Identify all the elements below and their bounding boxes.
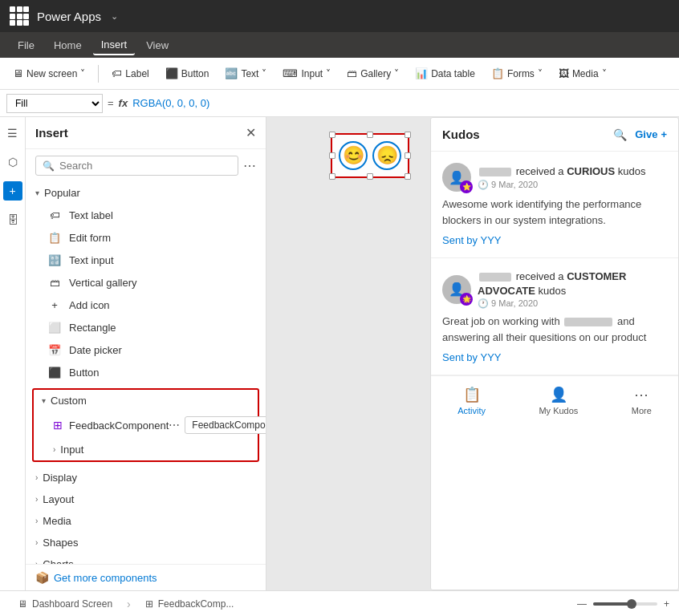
list-item-text-label[interactable]: 🏷 Text label <box>26 204 266 226</box>
feedback-item-left: ⊞ FeedbackComponent <box>53 419 169 432</box>
waffle-icon[interactable] <box>10 6 29 26</box>
my-kudos-icon: 👤 <box>550 386 567 403</box>
avatar-badge-2: 🌟 <box>460 293 473 306</box>
status-bar: 🖥 Dashboard Screen › ⊞ FeedbackComp... —… <box>0 590 679 616</box>
list-item-vertical-gallery[interactable]: 🗃 Vertical gallery <box>26 271 266 294</box>
text-icon: 🔤 <box>225 67 238 79</box>
happy-face-emoji: 😊 <box>339 141 368 170</box>
data-table-button[interactable]: 📊 Data table <box>409 64 482 83</box>
gallery-button[interactable]: 🗃 Gallery ˅ <box>340 64 405 83</box>
kudos-item-1-sent-by[interactable]: Sent by YYY <box>442 234 667 246</box>
list-item-date-picker[interactable]: 📅 Date picker <box>26 338 266 361</box>
list-item-button[interactable]: ⬛ Button <box>26 361 266 383</box>
menu-file[interactable]: File <box>10 36 43 55</box>
get-more-components-button[interactable]: 📦 Get more components <box>26 564 266 590</box>
forms-button[interactable]: 📋 Forms ˅ <box>485 64 549 83</box>
resize-handle-br[interactable] <box>405 173 411 180</box>
formula-value[interactable]: RGBA(0, 0, 0, 0) <box>132 97 209 109</box>
kudos-item-1-time: 🕐 9 Mar, 2020 <box>478 180 646 190</box>
media-button[interactable]: 🖼 Media ˅ <box>552 64 613 83</box>
zoom-in-button[interactable]: + <box>664 598 669 610</box>
menu-view[interactable]: View <box>138 36 177 55</box>
button-btn[interactable]: ⬛ Button <box>159 64 216 83</box>
shapes-section-header[interactable]: › Shapes <box>26 532 266 553</box>
kudos-item-2-time: 🕐 9 Mar, 2020 <box>478 298 667 309</box>
feedback-more-icon[interactable]: ⋯ <box>169 419 180 432</box>
kudos-item-2-body: Great job on working with and answering … <box>442 314 667 345</box>
search-box[interactable]: 🔍 <box>35 156 238 176</box>
dashboard-screen-icon: 🖥 <box>18 598 27 610</box>
give-button[interactable]: Give + <box>635 128 667 140</box>
dashboard-screen-tab[interactable]: 🖥 Dashboard Screen <box>10 595 120 613</box>
resize-handle-tl[interactable] <box>329 132 335 138</box>
new-screen-icon: 🖥 <box>13 67 23 79</box>
text-input-icon: 🔡 <box>48 253 61 266</box>
kudos-card: Kudos 🔍 Give + 👤 ⭐ <box>430 117 679 590</box>
list-item-edit-form[interactable]: 📋 Edit form <box>26 226 266 249</box>
search-row: 🔍 ⋯ <box>26 149 266 182</box>
canvas-area[interactable]: 😊 😞 Kudos 🔍 Give + 👤 <box>266 117 679 590</box>
media-chevron-icon: › <box>35 517 38 525</box>
sidebar-menu-icon[interactable]: ☰ <box>3 124 22 143</box>
label-button[interactable]: 🏷 Label <box>105 64 155 83</box>
sidebar-data-icon[interactable]: 🗄 <box>3 210 22 229</box>
nav-tab-more[interactable]: ⋯ More <box>622 383 661 419</box>
media-section-header[interactable]: › Media <box>26 510 266 532</box>
nav-tab-activity[interactable]: 📋 Activity <box>448 383 495 419</box>
button-icon: ⬛ <box>165 67 178 79</box>
property-selector[interactable]: Fill <box>6 94 103 113</box>
shapes-section: › Shapes <box>26 532 266 553</box>
insert-panel-header: Insert ✕ <box>26 117 266 149</box>
vertical-gallery-icon: 🗃 <box>48 276 61 289</box>
zoom-slider-thumb[interactable] <box>627 599 636 609</box>
resize-handle-tm[interactable] <box>367 132 373 138</box>
text-button[interactable]: 🔤 Text ˅ <box>218 64 273 83</box>
gallery-icon: 🗃 <box>347 67 357 79</box>
formula-fx-icon: fx <box>119 97 128 109</box>
close-icon[interactable]: ✕ <box>246 125 256 140</box>
resize-handle-bm[interactable] <box>367 173 373 180</box>
zoom-out-button[interactable]: — <box>577 598 587 610</box>
search-input[interactable] <box>59 160 231 172</box>
app-title-chevron[interactable]: ⌄ <box>111 11 118 22</box>
menu-insert[interactable]: Insert <box>93 35 136 55</box>
sidebar-layers-icon[interactable]: ⬡ <box>3 152 22 172</box>
input-section-row[interactable]: › Input <box>34 439 258 460</box>
resize-handle-tr[interactable] <box>405 132 411 138</box>
display-section: › Display <box>26 467 266 488</box>
search-icon: 🔍 <box>43 160 55 172</box>
display-chevron-icon: › <box>35 473 38 482</box>
new-screen-button[interactable]: 🖥 New screen ˅ <box>6 64 91 83</box>
feedback-comp-tab[interactable]: ⊞ FeedbackComp... <box>137 595 242 613</box>
zoom-slider[interactable] <box>593 602 657 606</box>
popular-section-header[interactable]: ▾ Popular <box>26 182 266 204</box>
layout-section-header[interactable]: › Layout <box>26 488 266 510</box>
nav-tab-my-kudos[interactable]: 👤 My Kudos <box>529 383 588 419</box>
custom-section-header[interactable]: ▾ Custom <box>34 390 258 411</box>
kudos-item-2-sent-by[interactable]: Sent by YYY <box>442 351 667 363</box>
resize-handle-mr[interactable] <box>405 152 411 159</box>
input-button[interactable]: ⌨ Input ˅ <box>276 64 337 83</box>
menu-home[interactable]: Home <box>46 36 90 55</box>
kudos-header: Kudos 🔍 Give + <box>431 118 678 152</box>
kudos-item-2-header: 👤 🌟 received a CUSTOMER ADVOCATE kudos 🕐 <box>442 270 667 309</box>
kudos-search-icon[interactable]: 🔍 <box>613 128 627 141</box>
list-item-add-icon[interactable]: + Add icon <box>26 294 266 316</box>
more-options-icon[interactable]: ⋯ <box>243 158 256 173</box>
feedback-widget[interactable]: 😊 😞 <box>331 133 409 178</box>
resize-handle-bl[interactable] <box>329 173 335 180</box>
sad-face-emoji: 😞 <box>372 141 401 170</box>
media-section: › Media <box>26 510 266 532</box>
list-item-rectangle[interactable]: ⬜ Rectangle <box>26 316 266 338</box>
list-item-text-input[interactable]: 🔡 Text input <box>26 249 266 271</box>
sidebar-insert-icon[interactable]: + <box>3 181 22 201</box>
edit-form-icon: 📋 <box>48 231 61 244</box>
kudos-item-1-body: Awesome work identifying the performance… <box>442 197 667 228</box>
display-section-header[interactable]: › Display <box>26 467 266 488</box>
activity-icon: 📋 <box>463 386 481 403</box>
charts-section-header[interactable]: › Charts <box>26 553 266 564</box>
resize-handle-ml[interactable] <box>329 152 335 159</box>
feedback-component-item[interactable]: ⊞ FeedbackComponent ⋯ FeedbackComponent <box>34 411 258 439</box>
toolbar: 🖥 New screen ˅ 🏷 Label ⬛ Button 🔤 Text ˅… <box>0 58 679 90</box>
kudos-title: Kudos <box>442 128 480 141</box>
